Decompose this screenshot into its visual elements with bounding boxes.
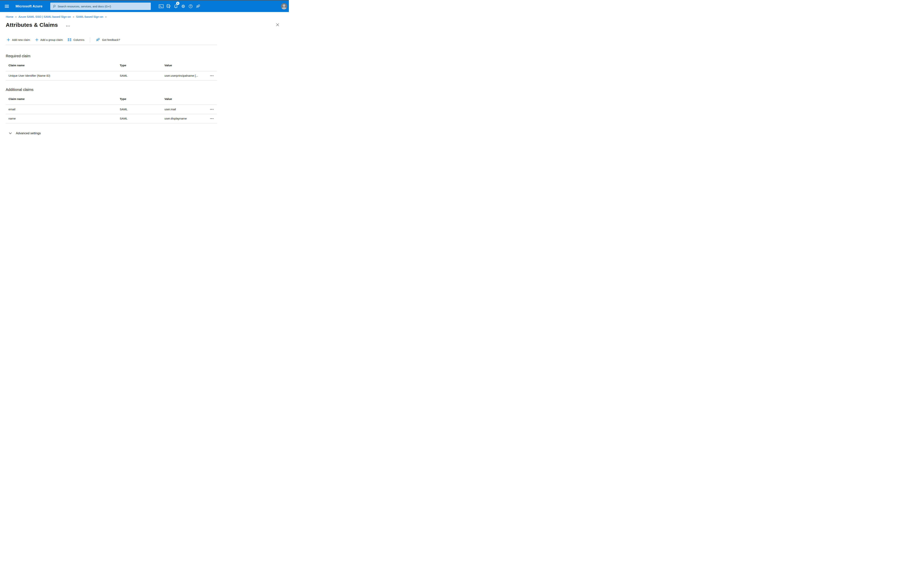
page-title: Attributes & Claims xyxy=(6,22,58,28)
title-context-menu-button[interactable] xyxy=(66,25,70,27)
column-header-type: Type xyxy=(120,64,165,67)
notifications-button[interactable]: 6 xyxy=(172,2,180,10)
azure-top-bar: Microsoft Azure Search resources, servic… xyxy=(0,0,289,12)
row-menu-button[interactable] xyxy=(206,114,217,123)
help-icon: ? xyxy=(188,4,193,8)
advanced-settings-toggle[interactable]: Advanced settings xyxy=(9,132,41,135)
ellipsis-icon xyxy=(66,26,67,26)
breadcrumb-separator: > xyxy=(15,15,16,18)
cloud-shell-icon xyxy=(159,5,163,8)
breadcrumb: Home > Azure SAML SSO | SAML-based Sign-… xyxy=(6,15,289,18)
row-menu-button[interactable] xyxy=(206,71,217,80)
close-button[interactable] xyxy=(276,23,280,27)
plus-icon xyxy=(35,38,38,41)
column-header-claim-name: Claim name xyxy=(6,64,120,67)
cloud-shell-button[interactable] xyxy=(157,2,165,10)
account-avatar[interactable] xyxy=(281,3,287,10)
required-claim-heading: Required claim xyxy=(6,54,289,58)
search-placeholder: Search resources, services, and docs (G+… xyxy=(58,5,111,8)
topbar-icon-group: 6 ? xyxy=(157,2,202,10)
breadcrumb-separator: > xyxy=(105,15,107,18)
columns-button[interactable]: Columns xyxy=(68,38,84,41)
row-menu-button[interactable] xyxy=(206,105,217,114)
global-search-input[interactable]: Search resources, services, and docs (G+… xyxy=(50,3,151,10)
breadcrumb-link-saml-signon[interactable]: SAML-based Sign-on xyxy=(76,15,103,18)
more-options-icon xyxy=(210,118,211,119)
claim-value-cell: user.userprincipalname [... xyxy=(165,74,206,77)
column-header-value: Value xyxy=(165,97,206,101)
brand-title[interactable]: Microsoft Azure xyxy=(15,4,43,8)
claim-value-cell: user.displayname xyxy=(165,117,206,120)
more-options-icon xyxy=(210,76,211,76)
got-feedback-button[interactable]: Got feedback? xyxy=(96,38,120,42)
claim-name-cell: email xyxy=(6,108,120,111)
add-group-claim-button[interactable]: Add a group claim xyxy=(35,38,63,41)
claim-type-cell: SAML xyxy=(120,74,165,77)
svg-text:?: ? xyxy=(190,5,191,8)
help-button[interactable]: ? xyxy=(187,2,195,10)
azure-portal-page: Microsoft Azure Search resources, servic… xyxy=(0,0,289,146)
table-header-row: Claim name Type Value xyxy=(6,94,217,105)
claim-type-cell: SAML xyxy=(120,117,165,120)
claim-name-cell: name xyxy=(6,117,120,120)
claim-value-cell: user.mail xyxy=(165,108,206,111)
toolbar-divider xyxy=(6,45,217,45)
breadcrumb-link-saml-sso[interactable]: Azure SAML SSO | SAML-based Sign-on xyxy=(18,15,71,18)
additional-claims-heading: Additional claims xyxy=(6,87,289,92)
gear-icon xyxy=(181,4,186,8)
table-row: Unique User Identifier (Name ID) SAML us… xyxy=(6,71,217,81)
column-header-type: Type xyxy=(120,97,165,101)
hamburger-icon xyxy=(5,5,9,8)
more-options-icon xyxy=(210,109,211,110)
feedback-icon xyxy=(96,38,100,42)
close-icon xyxy=(276,23,279,26)
table-row: name SAML user.displayname xyxy=(6,114,217,123)
toolbar-separator xyxy=(90,37,91,42)
settings-button[interactable] xyxy=(180,2,187,10)
directory-filter-icon xyxy=(166,4,171,8)
column-header-claim-name: Claim name xyxy=(6,97,120,101)
table-header-row: Claim name Type Value xyxy=(6,60,217,71)
plus-icon xyxy=(7,38,10,41)
hamburger-menu-button[interactable] xyxy=(4,3,10,9)
feedback-icon xyxy=(196,4,200,8)
breadcrumb-link-home[interactable]: Home xyxy=(6,15,13,18)
add-new-claim-button[interactable]: Add new claim xyxy=(7,38,30,41)
search-icon xyxy=(53,5,56,8)
column-header-value: Value xyxy=(165,64,206,67)
claim-type-cell: SAML xyxy=(120,108,165,111)
feedback-button[interactable] xyxy=(195,2,202,10)
claim-name-cell: Unique User Identifier (Name ID) xyxy=(6,74,120,77)
breadcrumb-separator: > xyxy=(73,15,74,18)
additional-claims-table: Claim name Type Value email SAML user.ma… xyxy=(6,94,217,123)
directory-filter-button[interactable] xyxy=(165,2,172,10)
required-claim-table: Claim name Type Value Unique User Identi… xyxy=(6,60,217,81)
columns-icon xyxy=(68,38,71,41)
command-bar: Add new claim Add a group claim Columns … xyxy=(0,36,289,43)
table-row: email SAML user.mail xyxy=(6,105,217,114)
avatar-silhouette-icon xyxy=(283,4,285,7)
notification-badge: 6 xyxy=(176,2,180,5)
chevron-down-icon xyxy=(9,132,12,134)
page-header: Attributes & Claims xyxy=(0,22,289,28)
